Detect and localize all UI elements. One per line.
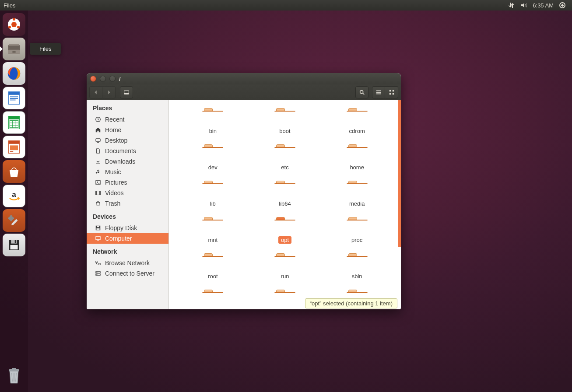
launcher-amazon[interactable]: a [3, 185, 25, 207]
folder-label: home [347, 164, 367, 171]
folder-icon [274, 253, 295, 271]
launcher-firefox[interactable] [3, 62, 25, 85]
svg-rect-11 [8, 92, 19, 95]
floppy-icon [95, 225, 102, 231]
sidebar-item-label: Desktop [105, 137, 127, 144]
sidebar-item-documents[interactable]: Documents [87, 146, 168, 156]
search-button[interactable] [355, 86, 368, 98]
launcher-dash[interactable] [3, 13, 25, 36]
sidebar-item-videos[interactable]: Videos [87, 188, 168, 198]
pictures-icon [95, 179, 102, 186]
sound-indicator-icon[interactable] [518, 2, 530, 9]
sidebar-item-music[interactable]: Music [87, 167, 168, 177]
folder-icon [347, 108, 368, 126]
videos-icon [95, 190, 102, 196]
folder-icon [202, 290, 223, 307]
svg-point-1 [11, 22, 17, 27]
folder-icon [202, 181, 223, 198]
top-menubar: Files 6:35 AM [0, 0, 572, 10]
sidebar-item-label: Floppy Disk [105, 224, 137, 231]
forward-button[interactable] [102, 86, 116, 98]
path-root-button[interactable] [120, 86, 133, 98]
folder-etc[interactable]: etc [253, 144, 317, 171]
folder-proc[interactable]: proc [325, 217, 389, 244]
svg-rect-34 [15, 240, 16, 243]
folder-root[interactable]: root [181, 253, 245, 280]
folder-home[interactable]: home [325, 144, 389, 171]
sidebar-item-label: Videos [105, 189, 124, 196]
home-icon [95, 127, 102, 133]
folder-icon [347, 253, 368, 271]
folder-icon [274, 144, 295, 162]
folder-cdrom[interactable]: cdrom [325, 108, 389, 135]
network-indicator-icon[interactable] [505, 2, 518, 9]
window-minimize-button[interactable] [100, 76, 106, 82]
launcher-floppy[interactable] [3, 234, 25, 256]
folder-label: media [347, 200, 367, 207]
sidebar-item-connect-to-server[interactable]: Connect to Server [87, 268, 168, 279]
sidebar-item-home[interactable]: Home [87, 125, 168, 135]
svg-point-4 [8, 26, 11, 28]
launcher-trash[interactable] [3, 364, 25, 387]
svg-rect-47 [376, 93, 381, 94]
folder-media[interactable]: media [325, 181, 389, 207]
launcher-calc[interactable] [3, 111, 25, 134]
folder-label: cdrom [347, 127, 368, 135]
launcher-writer[interactable] [3, 87, 25, 109]
titlebar[interactable]: / [87, 73, 401, 84]
folder-dev[interactable]: dev [181, 144, 245, 171]
active-app-label[interactable]: Files [4, 2, 15, 9]
svg-line-44 [363, 93, 365, 94]
folder-lib[interactable]: lib [181, 181, 245, 207]
launcher-files[interactable] [3, 38, 25, 60]
sidebar-item-floppy-disk[interactable]: Floppy Disk [87, 223, 168, 233]
sidebar-item-trash[interactable]: Trash [87, 198, 168, 209]
sidebar-item-label: Music [105, 168, 121, 175]
doc-icon [95, 148, 102, 154]
svg-rect-37 [12, 368, 16, 370]
sidebar-item-pictures[interactable]: Pictures [87, 177, 168, 188]
svg-rect-53 [96, 139, 101, 142]
folder-mnt[interactable]: mnt [181, 217, 245, 244]
launcher-system-settings[interactable] [3, 209, 25, 232]
svg-rect-46 [376, 92, 381, 93]
sidebar-item-recent[interactable]: Recent [87, 114, 168, 125]
window-maximize-button[interactable] [109, 76, 116, 82]
svg-rect-14 [10, 100, 16, 101]
scrollbar[interactable] [398, 100, 401, 247]
launcher-impress[interactable] [3, 136, 25, 158]
music-icon [95, 169, 102, 175]
svg-rect-6 [9, 44, 19, 46]
folder-srv[interactable]: srv [181, 290, 245, 309]
folder-opt[interactable]: opt [253, 217, 317, 244]
folder-boot[interactable]: boot [253, 108, 317, 135]
window-close-button[interactable] [90, 76, 96, 82]
svg-rect-51 [392, 93, 394, 94]
svg-rect-29 [11, 220, 12, 221]
svg-rect-30 [8, 217, 9, 219]
back-button[interactable] [89, 86, 102, 98]
folder-label: proc [349, 236, 365, 244]
folder-icon [347, 181, 368, 198]
content-area[interactable]: binbootcdromdevetchomeliblib64mediamntop… [169, 100, 401, 309]
svg-rect-12 [10, 96, 18, 97]
sidebar-item-computer[interactable]: Computer [87, 233, 168, 244]
view-list-button[interactable] [372, 86, 385, 98]
session-indicator-icon[interactable] [556, 2, 568, 9]
clock-icon [95, 116, 102, 122]
svg-rect-24 [10, 145, 18, 150]
sidebar-item-desktop[interactable]: Desktop [87, 135, 168, 146]
launcher-software-center[interactable] [3, 160, 25, 183]
folder-sbin[interactable]: sbin [325, 253, 389, 280]
svg-rect-16 [8, 116, 19, 119]
view-grid-button[interactable] [385, 86, 398, 98]
folder-label: boot [277, 127, 293, 135]
folder-lib64[interactable]: lib64 [253, 181, 317, 207]
sidebar-item-downloads[interactable]: Downloads [87, 156, 168, 167]
folder-run[interactable]: run [253, 253, 317, 280]
svg-rect-67 [96, 274, 101, 276]
svg-text:a: a [12, 190, 16, 199]
folder-bin[interactable]: bin [181, 108, 245, 135]
sidebar-item-browse-network[interactable]: Browse Network [87, 258, 168, 268]
clock-label[interactable]: 6:35 AM [530, 2, 556, 9]
